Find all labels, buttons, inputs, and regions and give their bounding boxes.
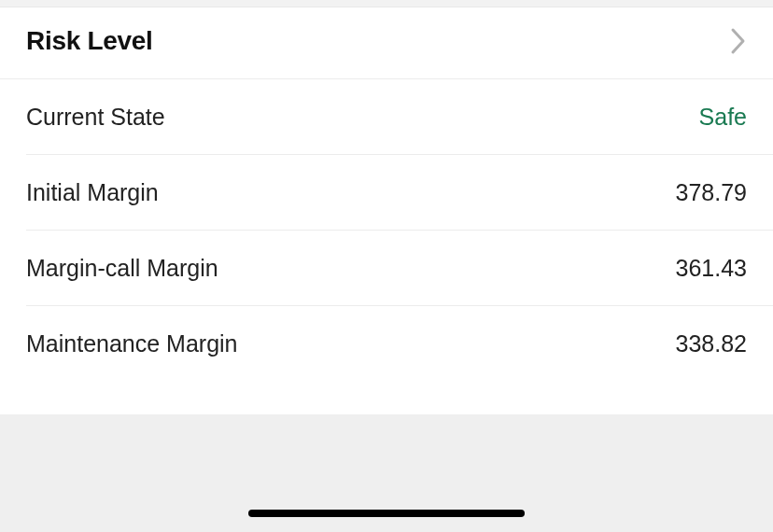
- row-margin-call-margin: Margin-call Margin 361.43: [0, 231, 773, 306]
- row-maintenance-margin: Maintenance Margin 338.82: [0, 306, 773, 382]
- maintenance-margin-value: 338.82: [676, 330, 747, 357]
- initial-margin-label: Initial Margin: [26, 179, 159, 206]
- current-state-label: Current State: [26, 104, 165, 131]
- initial-margin-value: 378.79: [676, 179, 747, 206]
- margin-call-margin-label: Margin-call Margin: [26, 255, 218, 282]
- row-initial-margin: Initial Margin 378.79: [0, 155, 773, 231]
- page-title: Risk Level: [26, 26, 153, 56]
- row-current-state: Current State Safe: [0, 79, 773, 155]
- footer-area: [0, 414, 773, 532]
- home-indicator[interactable]: [248, 510, 525, 517]
- risk-level-list: Current State Safe Initial Margin 378.79…: [0, 79, 773, 382]
- chevron-right-icon: [730, 27, 747, 55]
- top-divider: [0, 0, 773, 7]
- maintenance-margin-label: Maintenance Margin: [26, 330, 238, 357]
- risk-level-header[interactable]: Risk Level: [0, 7, 773, 79]
- margin-call-margin-value: 361.43: [676, 255, 747, 282]
- current-state-value: Safe: [699, 104, 747, 131]
